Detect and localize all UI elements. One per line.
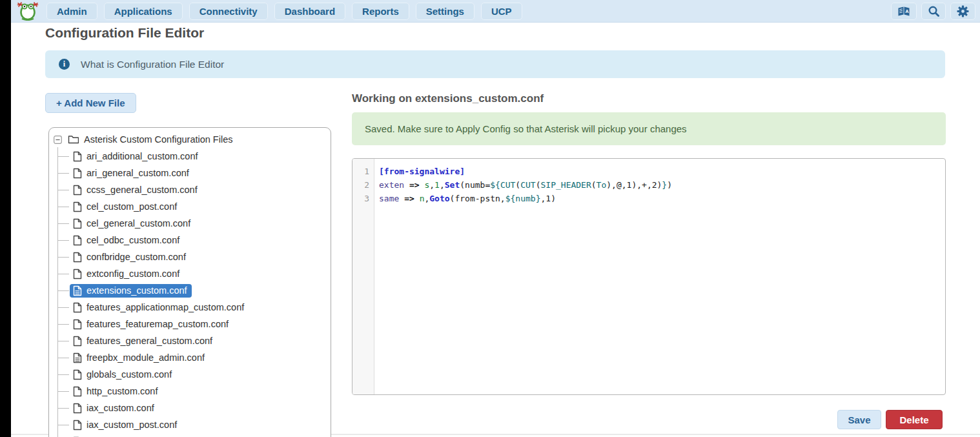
nav-item-dashboard[interactable]: Dashboard — [274, 3, 345, 20]
code-token: (from-pstn, — [450, 194, 505, 203]
tree-item[interactable]: iax_custom.conf — [49, 400, 331, 416]
code-token: To — [597, 180, 607, 190]
tree-item[interactable]: extconfig_custom.conf — [49, 265, 331, 282]
tree-item[interactable]: features_general_custom.conf — [49, 332, 331, 349]
code-token: ( — [591, 180, 597, 190]
tree-item[interactable]: ari_additional_custom.conf — [49, 148, 331, 165]
tree-connector — [58, 391, 69, 392]
add-new-file-button[interactable]: + Add New File — [45, 93, 136, 113]
tree-item[interactable]: freepbx_module_admin.conf — [49, 349, 331, 366]
tree-item[interactable]: ccss_general_custom.conf — [49, 181, 331, 198]
folder-icon — [68, 135, 79, 144]
code-token: Goto — [429, 194, 449, 203]
tree-connector — [58, 341, 69, 341]
code-token: ${ — [490, 180, 500, 190]
info-banner[interactable]: i What is Configuration File Editor — [45, 50, 945, 78]
tree-root-node[interactable]: Asterisk Custom Configuration Files — [54, 131, 331, 148]
file-icon — [73, 151, 82, 162]
tree-item[interactable]: http_custom.conf — [49, 383, 331, 400]
tree-item-pill: ccss_general_custom.conf — [70, 183, 202, 197]
code-token: ) — [667, 180, 672, 190]
code-token: => — [409, 180, 420, 190]
file-icon — [73, 369, 82, 380]
line-number: 1 — [352, 165, 374, 178]
code-token: CUT — [520, 180, 535, 190]
tree-connector — [58, 257, 69, 258]
tree-connector — [58, 190, 69, 190]
tree-item-pill: iax_custom.conf — [70, 401, 159, 415]
file-icon — [73, 269, 82, 279]
code-token — [414, 194, 420, 203]
nav-item-settings[interactable]: Settings — [416, 3, 475, 20]
tree-item-selected[interactable]: extensions_custom.conf — [49, 282, 331, 299]
nav-item-connectivity[interactable]: Connectivity — [189, 3, 268, 20]
tree-item[interactable] — [49, 433, 331, 437]
nav-item-admin[interactable]: Admin — [46, 3, 97, 20]
nav-item-reports[interactable]: Reports — [352, 3, 409, 20]
code-token: ${numb} — [505, 194, 541, 203]
tree-item[interactable]: cel_odbc_custom.conf — [49, 232, 331, 249]
tree-item[interactable]: confbridge_custom.conf — [49, 249, 331, 265]
nav-icon-buttons: A — [886, 3, 975, 20]
tree-item-label: ccss_general_custom.conf — [87, 185, 198, 195]
collapse-icon[interactable] — [54, 136, 62, 144]
translate-icon[interactable]: A — [891, 3, 917, 20]
info-banner-label: What is Configuration File Editor — [81, 59, 224, 70]
tree-item-pill: cel_general_custom.conf — [70, 217, 195, 230]
tree-item[interactable]: iax_custom_post.conf — [49, 416, 331, 433]
tree-item-label: cel_odbc_custom.conf — [87, 235, 179, 245]
nav-menu: AdminApplicationsConnectivityDashboardRe… — [46, 3, 529, 20]
nav-item-ucp[interactable]: UCP — [481, 3, 522, 20]
code-token: ),@,1),+,2) — [606, 180, 662, 190]
freepbx-frog-logo-icon[interactable] — [17, 1, 39, 21]
tree-item[interactable]: globals_custom.conf — [49, 366, 331, 383]
tree-item-pill: freepbx_module_admin.conf — [70, 351, 209, 365]
delete-button[interactable]: Delete — [886, 410, 943, 429]
tree-connector — [58, 173, 69, 174]
svg-text:A: A — [905, 8, 909, 14]
tree-root-label: Asterisk Custom Configuration Files — [84, 134, 232, 145]
tree-item[interactable]: ari_general_custom.conf — [49, 165, 331, 181]
save-button[interactable]: Save — [837, 410, 881, 429]
tree-item-label: extensions_custom.conf — [87, 285, 187, 296]
tree-item[interactable]: features_applicationmap_custom.conf — [49, 299, 331, 316]
tree-item[interactable]: cel_general_custom.conf — [49, 215, 331, 232]
tree-connector — [58, 223, 69, 224]
saved-success-alert: Saved. Make sure to Apply Config so that… — [352, 112, 946, 145]
code-token: same — [379, 194, 399, 203]
tree-item[interactable]: features_featuremap_custom.conf — [49, 316, 331, 332]
page-title: Configuration File Editor — [45, 25, 204, 41]
file-icon — [73, 336, 82, 347]
line-number-gutter: 123 — [352, 159, 374, 394]
tree-item-label: cel_custom_post.conf — [87, 201, 177, 212]
info-icon: i — [59, 59, 70, 70]
tree-item-pill: globals_custom.conf — [70, 368, 176, 381]
tree-connector — [58, 358, 69, 358]
gear-icon[interactable] — [950, 3, 975, 20]
nav-item-applications[interactable]: Applications — [104, 3, 183, 20]
tree-item-pill: ari_general_custom.conf — [70, 167, 194, 180]
file-icon — [73, 403, 82, 414]
tree-item-pill: ari_additional_custom.conf — [70, 150, 203, 163]
tree-connector — [58, 240, 69, 241]
file-icon — [73, 201, 82, 212]
tree-connector — [58, 324, 69, 325]
code-token: , — [429, 180, 434, 190]
tree-item[interactable]: cel_custom_post.conf — [49, 198, 331, 215]
tree-item-pill: http_custom.conf — [70, 385, 162, 398]
file-text-icon — [73, 285, 82, 296]
tree-item-label: features_applicationmap_custom.conf — [87, 302, 244, 312]
code-editor[interactable]: 123 [from-signalwire]exten => s,1,Set(nu… — [352, 158, 946, 395]
tree-item-pill: cel_custom_post.conf — [70, 200, 181, 214]
tree-rows: ari_additional_custom.confari_general_cu… — [49, 148, 331, 437]
code-token: CUT — [500, 180, 515, 190]
code-token: ,1) — [540, 194, 555, 203]
code-token: [from-signalwire] — [379, 167, 465, 176]
file-tree-panel: Asterisk Custom Configuration Files ari_… — [48, 127, 331, 437]
tree-item-pill — [70, 435, 91, 437]
line-number: 3 — [352, 192, 374, 205]
search-icon[interactable] — [921, 3, 946, 20]
code-area[interactable]: [from-signalwire]exten => s,1,Set(numb=$… — [374, 159, 945, 394]
code-token: , — [440, 180, 445, 190]
tree-connector — [58, 374, 69, 375]
